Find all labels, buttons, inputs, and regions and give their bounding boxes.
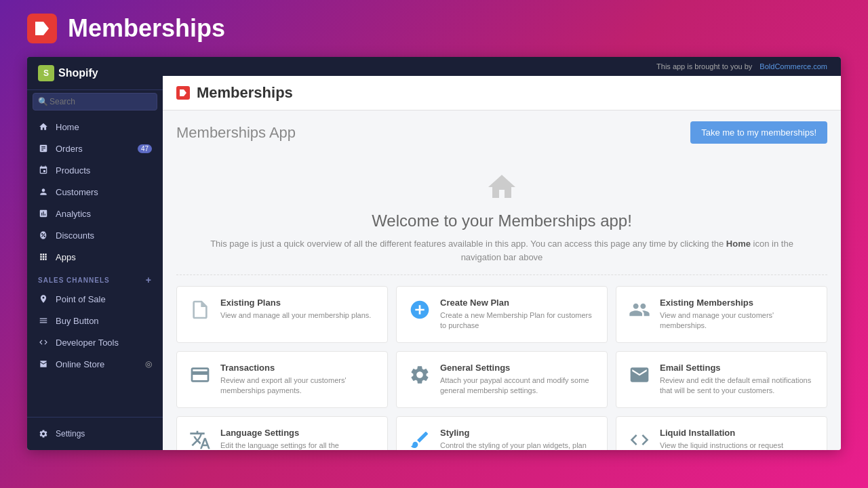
welcome-desc: This page is just a quick overview of al… (190, 237, 814, 264)
existing-plans-icon (188, 298, 212, 322)
app-header-section: Memberships (0, 0, 868, 57)
app-page-header: Memberships App Take me to my membership… (176, 121, 827, 144)
app-page-title: Memberships App (176, 124, 296, 142)
shopify-brand-name: shopify (58, 67, 98, 79)
existing-plans-text: Existing Plans View and manage all your … (220, 298, 371, 321)
app-logo-icon (27, 14, 57, 43)
card-email-settings[interactable]: Email Settings Review and edit the defau… (616, 351, 827, 408)
sidebar-item-products[interactable]: Products (27, 159, 163, 181)
general-settings-text: General Settings Attach your paypal acco… (440, 363, 596, 396)
buy-button-label: Buy Button (56, 316, 99, 326)
shopify-bag-icon: S (38, 65, 54, 81)
boldcommerce-link[interactable]: BoldCommerce.com (760, 62, 827, 70)
card-general-settings[interactable]: General Settings Attach your paypal acco… (396, 351, 608, 408)
app-topbar: This app is brought to you by BoldCommer… (163, 57, 841, 76)
settings-icon (38, 428, 49, 439)
card-language-settings[interactable]: Language Settings Edit the language sett… (176, 416, 388, 450)
home-icon (38, 121, 49, 132)
sidebar-item-home[interactable]: Home (27, 116, 163, 138)
feature-cards-grid: Existing Plans View and manage all your … (176, 286, 827, 450)
card-transactions[interactable]: Transactions Review and export all your … (176, 351, 388, 408)
sidebar-item-home-label: Home (56, 122, 79, 132)
analytics-icon (38, 208, 49, 219)
styling-text: Styling Control the styling of your plan… (440, 428, 596, 450)
online-store-icon (38, 359, 49, 369)
sidebar-item-orders[interactable]: Orders 47 (27, 138, 163, 159)
orders-badge: 47 (138, 144, 152, 153)
language-settings-text: Language Settings Edit the language sett… (220, 428, 376, 450)
language-settings-icon (188, 428, 212, 450)
shopify-header: S shopify (27, 57, 163, 90)
main-window: S shopify 🔍 Home Orders 47 (27, 57, 841, 450)
liquid-installation-text: Liquid Installation View the liquid inst… (660, 428, 816, 450)
welcome-title: Welcome to your Memberships app! (190, 211, 814, 230)
liquid-installation-icon (627, 428, 652, 450)
welcome-section: Welcome to your Memberships app! This pa… (176, 155, 827, 275)
sidebar: S shopify 🔍 Home Orders 47 (27, 57, 163, 450)
sales-channels-label: SALES CHANNELS + (27, 268, 163, 288)
pos-label: Point of Sale (56, 294, 106, 304)
memberships-app-icon (176, 86, 190, 100)
developer-tools-label: Developer Tools (56, 338, 119, 348)
nav-section: Home Orders 47 Products Customers (27, 113, 163, 417)
sidebar-item-buy-button[interactable]: Buy Button (27, 310, 163, 331)
sidebar-item-point-of-sale[interactable]: Point of Sale (27, 288, 163, 310)
styling-icon (408, 428, 432, 450)
developer-tools-icon (38, 337, 49, 348)
app-topbar-text: This app is brought to you by (656, 62, 752, 70)
card-existing-plans[interactable]: Existing Plans View and manage all your … (176, 286, 388, 343)
shopify-logo: S shopify (38, 65, 98, 81)
add-sales-channel-button[interactable]: + (146, 274, 152, 285)
create-new-plan-text: Create New Plan Create a new Membership … (440, 298, 596, 331)
search-container: 🔍 (33, 93, 157, 110)
customers-icon (38, 186, 49, 197)
email-settings-text: Email Settings Review and edit the defau… (660, 363, 816, 396)
welcome-home-icon (190, 171, 814, 206)
create-new-plan-icon (408, 298, 432, 322)
sidebar-item-products-label: Products (56, 165, 90, 176)
online-store-toggle-icon: ◎ (145, 359, 152, 369)
sidebar-item-developer-tools[interactable]: Developer Tools (27, 331, 163, 353)
sidebar-bottom: Settings (27, 417, 163, 450)
discounts-icon (38, 230, 49, 241)
sidebar-item-apps-label: Apps (56, 252, 76, 262)
sidebar-item-customers-label: Customers (56, 187, 98, 197)
sidebar-item-analytics-label: Analytics (56, 209, 91, 219)
app-content: Memberships App Take me to my membership… (163, 110, 841, 450)
transactions-text: Transactions Review and export all your … (220, 363, 376, 396)
orders-icon (38, 143, 49, 154)
card-create-new-plan[interactable]: Create New Plan Create a new Membership … (396, 286, 608, 343)
take-me-to-memberships-button[interactable]: Take me to my memberships! (690, 121, 827, 144)
general-settings-icon (408, 363, 432, 387)
apps-icon (38, 251, 49, 262)
card-styling[interactable]: Styling Control the styling of your plan… (396, 416, 608, 450)
sidebar-item-customers[interactable]: Customers (27, 181, 163, 203)
sidebar-item-apps[interactable]: Apps (27, 246, 163, 268)
memberships-header-title: Memberships (197, 84, 293, 102)
sidebar-item-online-store[interactable]: Online Store ◎ (27, 353, 163, 375)
content-area: This app is brought to you by BoldCommer… (163, 57, 841, 450)
products-icon (38, 165, 49, 176)
settings-label: Settings (56, 429, 85, 439)
sidebar-item-discounts[interactable]: Discounts (27, 224, 163, 246)
existing-memberships-icon (627, 298, 652, 322)
online-store-label: Online Store (56, 359, 104, 369)
search-input[interactable] (33, 93, 157, 110)
existing-memberships-text: Existing Memberships View and manage you… (660, 298, 816, 331)
app-header-bar: Memberships (163, 76, 841, 110)
pos-icon (38, 293, 49, 304)
buy-button-icon (38, 315, 49, 326)
sidebar-item-discounts-label: Discounts (56, 230, 94, 241)
transactions-icon (188, 363, 212, 387)
sidebar-item-orders-label: Orders (56, 144, 83, 154)
card-liquid-installation[interactable]: Liquid Installation View the liquid inst… (616, 416, 827, 450)
search-icon: 🔍 (38, 97, 48, 106)
sidebar-item-settings[interactable]: Settings (27, 423, 163, 445)
email-settings-icon (627, 363, 652, 387)
sidebar-item-analytics[interactable]: Analytics (27, 203, 163, 224)
card-existing-memberships[interactable]: Existing Memberships View and manage you… (616, 286, 827, 343)
app-header-title: Memberships (68, 14, 225, 43)
